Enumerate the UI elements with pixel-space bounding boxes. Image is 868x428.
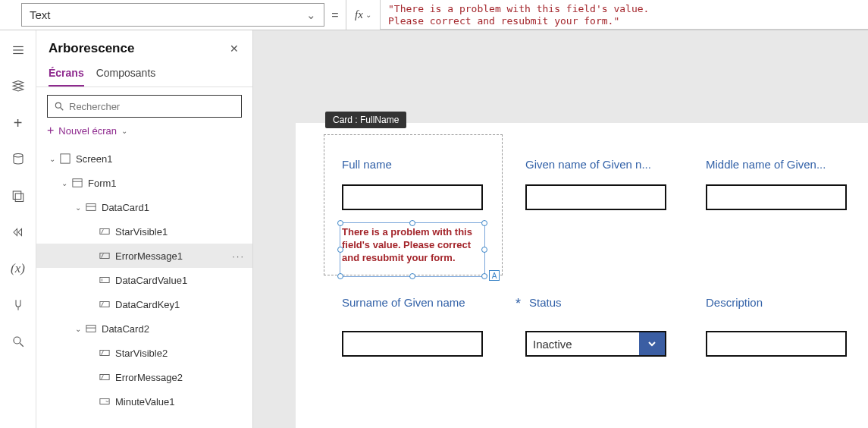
status-value: Inactive [527, 332, 639, 355]
equals-sign: = [324, 0, 346, 30]
tree-item-label: StarVisible2 [115, 348, 168, 359]
resize-handle[interactable] [337, 273, 343, 279]
label-description: Description [706, 296, 763, 309]
new-screen-button[interactable]: + Nouvel écran ⌄ [36, 122, 252, 143]
tree-item-minutevalue1[interactable]: MinuteValue1 [36, 389, 252, 414]
tree-item-label: DataCardKey1 [115, 299, 180, 310]
label-surname: Surname of Given name [342, 296, 465, 309]
screen-icon [59, 153, 71, 165]
input-givenname[interactable] [525, 184, 666, 210]
label-fullname: Full name [342, 158, 392, 171]
rail-tree-icon[interactable] [9, 77, 27, 96]
input-surname[interactable] [342, 331, 483, 357]
label-icon [99, 371, 111, 383]
dropdown-arrow-icon[interactable] [639, 332, 665, 355]
resize-handle[interactable] [409, 273, 415, 279]
close-icon[interactable]: ✕ [227, 39, 242, 58]
canvas[interactable]: Card : FullName Full name Given name of … [253, 30, 868, 428]
tree-item-label: Form1 [88, 178, 117, 189]
svg-line-7 [20, 343, 24, 347]
tree-item-starvisible1[interactable]: StarVisible1 [36, 219, 252, 244]
svg-rect-19 [100, 278, 109, 283]
chevron-down-icon: ⌄ [73, 203, 83, 212]
label-icon [99, 298, 111, 310]
resize-handle[interactable] [337, 220, 343, 226]
more-icon[interactable]: ··· [232, 250, 245, 262]
tree-item-form1[interactable]: ⌄ Form1 [36, 171, 252, 195]
property-selector-value: Text [30, 8, 51, 21]
rail-flows-icon[interactable] [9, 223, 27, 241]
input-middlename[interactable] [706, 184, 847, 210]
chevron-down-icon: ⌄ [59, 179, 70, 187]
chevron-down-icon: ⌄ [306, 8, 316, 22]
form-icon [71, 177, 83, 189]
card-icon [85, 323, 97, 335]
tree-item-datacardvalue1[interactable]: DataCardValue1 [36, 268, 252, 292]
rail-data-icon[interactable] [9, 150, 27, 168]
search-icon [54, 101, 64, 112]
tree-item-datacardkey1[interactable]: DataCardKey1 [36, 292, 252, 316]
tree-item-starvisible2[interactable]: StarVisible2 [36, 341, 252, 365]
tab-screens[interactable]: Écrans [49, 62, 84, 87]
formula-bar: Text ⌄ = fx ⌄ "There is a problem with t… [0, 0, 868, 30]
resize-handle[interactable] [337, 247, 343, 253]
tree-item-datacard1[interactable]: ⌄ DataCard1 [36, 195, 252, 219]
rail-hamburger-icon[interactable] [9, 41, 27, 59]
rail-tools-icon[interactable] [9, 296, 27, 314]
svg-line-26 [102, 351, 104, 354]
svg-rect-5 [15, 194, 24, 202]
svg-line-18 [102, 253, 104, 257]
svg-line-16 [102, 229, 104, 233]
svg-point-8 [55, 102, 61, 108]
search-input[interactable] [69, 101, 235, 112]
chevron-down-icon: ⌄ [365, 11, 371, 19]
rail-insert-icon[interactable]: + [9, 114, 27, 132]
tab-components[interactable]: Composants [96, 62, 156, 87]
input-status[interactable]: Inactive [525, 331, 666, 357]
svg-rect-11 [73, 179, 82, 187]
card-icon [85, 201, 97, 213]
fx-icon: fx [355, 8, 363, 21]
svg-line-22 [102, 302, 104, 306]
search-input-wrap[interactable] [47, 95, 242, 118]
tree-item-errormessage2[interactable]: ErrorMessage2 [36, 365, 252, 389]
selection-chip[interactable]: Card : FullName [325, 112, 406, 128]
input-fullname[interactable] [342, 184, 483, 210]
resize-handle[interactable] [409, 220, 415, 226]
svg-rect-10 [61, 154, 70, 163]
new-screen-label: Nouvel écran [58, 125, 117, 137]
tree-view: ⌄ Screen1 ⌄ Form1 ⌄ DataCard1 StarVisibl… [36, 143, 252, 428]
accessibility-badge-icon[interactable]: A [489, 270, 500, 281]
rail-media-icon[interactable] [9, 187, 27, 205]
input-description[interactable] [706, 331, 847, 357]
tree-item-datacard2[interactable]: ⌄ DataCard2 [36, 316, 252, 341]
rail-search-icon[interactable] [9, 332, 27, 351]
control-selection[interactable]: A [340, 222, 485, 277]
rail-variables-icon[interactable]: (x) [9, 260, 27, 278]
label-middlename: Middle name of Given... [706, 158, 826, 171]
chevron-down-icon: ⌄ [47, 155, 58, 163]
tree-item-errormessage1[interactable]: ErrorMessage1 ··· [36, 244, 252, 268]
resize-handle[interactable] [481, 220, 487, 226]
svg-rect-4 [13, 191, 21, 200]
tree-item-screen1[interactable]: ⌄ Screen1 [36, 146, 252, 171]
svg-point-6 [14, 337, 20, 344]
svg-rect-13 [86, 204, 96, 211]
dropdown-icon [99, 395, 111, 408]
tree-item-label: DataCard2 [102, 323, 149, 335]
resize-handle[interactable] [481, 273, 487, 279]
required-star-icon: * [515, 296, 521, 312]
property-selector[interactable]: Text ⌄ [21, 3, 324, 27]
chevron-down-icon: ⌄ [121, 127, 127, 135]
label-icon [99, 250, 111, 262]
formula-input[interactable]: "There is a problem with this field's va… [381, 0, 868, 30]
left-rail: + (x) [0, 30, 36, 428]
tree-item-label: ErrorMessage1 [115, 250, 183, 262]
tree-item-label: MinuteValue1 [115, 396, 175, 408]
panel-title: Arborescence [49, 41, 134, 56]
tree-item-label: ErrorMessage2 [115, 372, 183, 383]
fx-button[interactable]: fx ⌄ [346, 0, 381, 30]
label-icon [99, 347, 111, 359]
label-givenname: Given name of Given n... [525, 158, 651, 171]
resize-handle[interactable] [481, 247, 487, 253]
